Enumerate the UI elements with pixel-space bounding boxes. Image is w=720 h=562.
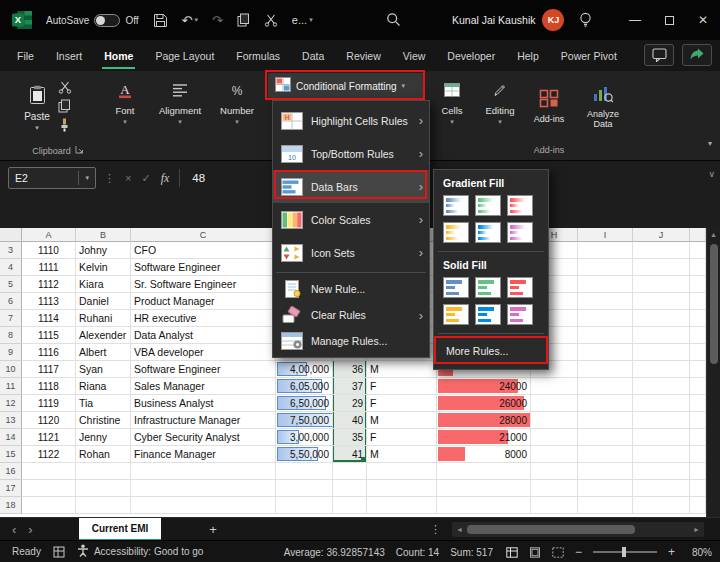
row-header-10[interactable]: 10 <box>0 361 22 378</box>
excel-logo-icon[interactable]: X <box>12 9 36 31</box>
cell-J12[interactable] <box>633 395 690 412</box>
cell-A13[interactable]: 1120 <box>22 412 76 429</box>
cell-D14[interactable]: 3,00,000 <box>276 429 333 446</box>
cell-H14[interactable] <box>531 429 578 446</box>
cell-D18[interactable] <box>276 497 333 514</box>
cell-G15[interactable]: 8000 <box>437 446 531 463</box>
cell-B17[interactable] <box>76 480 131 497</box>
cell-A6[interactable]: 1113 <box>22 293 76 310</box>
row-header-12[interactable]: 12 <box>0 395 22 412</box>
accessibility-status[interactable]: Accessibility: Good to go <box>77 544 204 559</box>
scroll-up-icon[interactable]: ▲ <box>710 231 717 238</box>
row-header-13[interactable]: 13 <box>0 412 22 429</box>
cell-F17[interactable] <box>367 480 437 497</box>
cell-C6[interactable]: Product Manager <box>131 293 276 310</box>
enter-button[interactable]: ✓ <box>141 172 150 185</box>
cell-E14[interactable]: 35 <box>333 429 367 446</box>
comments-button[interactable] <box>644 44 674 66</box>
macro-record-icon[interactable] <box>53 546 65 558</box>
column-header-i[interactable]: I <box>578 228 633 242</box>
editing-group-button[interactable]: Editing ▾ <box>476 78 524 142</box>
redo-button[interactable]: ↷ <box>212 13 223 28</box>
menu-item-manage-rules[interactable]: Manage Rules... <box>273 328 429 354</box>
paste-button[interactable]: Paste ▾ <box>18 77 56 139</box>
row-header-9[interactable]: 9 <box>0 344 22 361</box>
cell-F11[interactable]: F <box>367 378 437 395</box>
cell-C9[interactable]: VBA developer <box>131 344 276 361</box>
cell-I3[interactable] <box>578 242 633 259</box>
cell-H18[interactable] <box>531 497 578 514</box>
solid-databar-option-5[interactable] <box>475 304 501 325</box>
row-header-8[interactable]: 8 <box>0 327 22 344</box>
cell-B18[interactable] <box>76 497 131 514</box>
cell-A12[interactable]: 1119 <box>22 395 76 412</box>
column-header-c[interactable]: C <box>131 228 276 242</box>
cell-A5[interactable]: 1112 <box>22 276 76 293</box>
cell-I9[interactable] <box>578 344 633 361</box>
cell-D16[interactable] <box>276 463 333 480</box>
cell-B5[interactable]: Kiara <box>76 276 131 293</box>
cell-I15[interactable] <box>578 446 633 463</box>
cancel-button[interactable]: × <box>125 172 131 184</box>
cell-K12[interactable] <box>690 395 706 412</box>
solid-databar-option-4[interactable] <box>443 304 469 325</box>
cell-B9[interactable]: Albert <box>76 344 131 361</box>
cell-B3[interactable]: Johny <box>76 242 131 259</box>
cell-A14[interactable]: 1121 <box>22 429 76 446</box>
row-header-7[interactable]: 7 <box>0 310 22 327</box>
cell-C12[interactable]: Business Analyst <box>131 395 276 412</box>
formula-bar-value[interactable]: 48 <box>192 172 205 184</box>
cell-D11[interactable]: 6,05,000 <box>276 378 333 395</box>
cell-D17[interactable] <box>276 480 333 497</box>
cell-B6[interactable]: Daniel <box>76 293 131 310</box>
cell-B14[interactable]: Jenny <box>76 429 131 446</box>
cell-K13[interactable] <box>690 412 706 429</box>
cell-H15[interactable] <box>531 446 578 463</box>
cell-C7[interactable]: HR executive <box>131 310 276 327</box>
search-icon[interactable] <box>386 12 401 27</box>
cell-B16[interactable] <box>76 463 131 480</box>
cell-C3[interactable]: CFO <box>131 242 276 259</box>
cell-B11[interactable]: Riana <box>76 378 131 395</box>
cell-I13[interactable] <box>578 412 633 429</box>
cell-A9[interactable]: 1116 <box>22 344 76 361</box>
cell-E10[interactable]: 36 <box>333 361 367 378</box>
cell-A16[interactable] <box>22 463 76 480</box>
cell-I14[interactable] <box>578 429 633 446</box>
cell-H16[interactable] <box>531 463 578 480</box>
page-layout-view-button[interactable] <box>529 547 541 558</box>
dialog-launcher-icon[interactable] <box>75 145 84 156</box>
column-header-j[interactable]: J <box>633 228 690 242</box>
cell-K3[interactable] <box>690 242 706 259</box>
row-header-18[interactable]: 18 <box>0 497 22 514</box>
gradient-databar-option-6[interactable] <box>507 222 533 243</box>
cell-C10[interactable]: Software Engineer <box>131 361 276 378</box>
share-button[interactable] <box>682 44 712 66</box>
cell-A18[interactable] <box>22 497 76 514</box>
cell-F10[interactable]: M <box>367 361 437 378</box>
cell-D13[interactable]: 7,50,000 <box>276 412 333 429</box>
menu-item-data-bars[interactable]: Data Bars› <box>273 170 429 203</box>
cell-J11[interactable] <box>633 378 690 395</box>
zoom-slider-thumb[interactable] <box>622 547 626 557</box>
horizontal-scrollbar[interactable]: ◄ ► <box>452 522 704 537</box>
cell-H13[interactable] <box>531 412 578 429</box>
cell-G16[interactable] <box>437 463 531 480</box>
cell-A8[interactable]: 1115 <box>22 327 76 344</box>
cell-K8[interactable] <box>690 327 706 344</box>
row-header-5[interactable]: 5 <box>0 276 22 293</box>
cell-G17[interactable] <box>437 480 531 497</box>
cells-group-button[interactable]: Cells ▾ <box>430 78 474 142</box>
quick-access-dropdown[interactable]: e... ▾ <box>292 14 313 26</box>
cell-G14[interactable]: 21000 <box>437 429 531 446</box>
solid-databar-option-6[interactable] <box>507 304 533 325</box>
avatar[interactable]: KJ <box>542 9 564 31</box>
cell-C8[interactable]: Data Analyst <box>131 327 276 344</box>
ribbon-tab-insert[interactable]: Insert <box>45 40 93 71</box>
cell-J17[interactable] <box>633 480 690 497</box>
cell-F13[interactable]: M <box>367 412 437 429</box>
row-header-3[interactable]: 3 <box>0 242 22 259</box>
cell-G12[interactable]: 26000 <box>437 395 531 412</box>
ribbon-tab-home[interactable]: Home <box>93 40 144 71</box>
sheet-options-icon[interactable]: ⋮ <box>430 523 441 536</box>
